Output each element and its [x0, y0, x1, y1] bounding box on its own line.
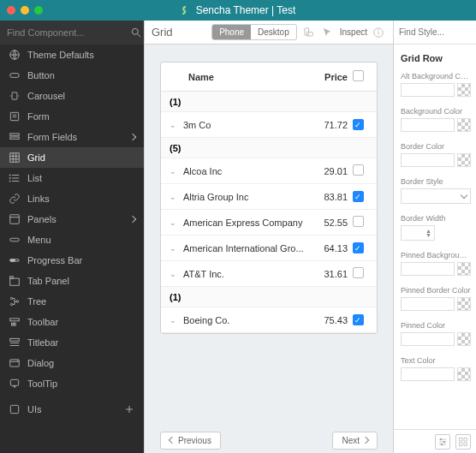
svg-line-1: [138, 34, 141, 38]
table-row[interactable]: ⌄Boeing Co.75.43: [161, 307, 377, 333]
color-swatch-icon[interactable]: [457, 367, 471, 381]
color-swatch-icon[interactable]: [457, 153, 471, 167]
plus-icon: [123, 403, 135, 415]
sidebar-item-label: Toolbar: [27, 317, 135, 327]
column-header-name[interactable]: Name: [170, 72, 305, 82]
grid-header-row: Name Price: [161, 63, 377, 92]
sidebar-item-label: Theme Defaults: [27, 50, 135, 60]
app-title-text: Sencha Themer | Test: [196, 4, 296, 16]
svg-rect-15: [10, 137, 20, 139]
sidebar-item-dialog[interactable]: Dialog: [0, 353, 144, 373]
border-color-input[interactable]: [401, 153, 455, 167]
bg-color-input[interactable]: [401, 118, 455, 132]
properties-section-title: Grid Row: [394, 45, 476, 69]
cell-checkbox[interactable]: [348, 216, 368, 229]
sidebar-item-carousel[interactable]: Carousel: [0, 86, 144, 106]
svg-rect-51: [306, 32, 312, 36]
border-style-select[interactable]: [401, 188, 471, 204]
table-row[interactable]: ⌄AT&T Inc.31.61: [161, 261, 377, 287]
search-icon[interactable]: [130, 27, 142, 39]
sidebar-item-form-fields[interactable]: Form Fields: [0, 127, 144, 147]
device-desktop-button[interactable]: Desktop: [251, 25, 296, 39]
component-search-input[interactable]: [7, 27, 125, 38]
grid-group-header[interactable]: (1): [161, 287, 377, 307]
sidebar-item-form[interactable]: Form: [0, 106, 144, 127]
grid-group-header[interactable]: (1): [161, 92, 377, 112]
cell-checkbox[interactable]: [348, 164, 368, 177]
expand-icon[interactable]: ⌄: [170, 316, 183, 325]
alt-bg-color-input[interactable]: [401, 83, 455, 97]
cell-checkbox[interactable]: [348, 314, 368, 326]
rotate-icon[interactable]: [300, 25, 316, 40]
sidebar-item-list[interactable]: List: [0, 168, 144, 188]
previous-button[interactable]: Previous: [160, 432, 221, 450]
svg-rect-8: [12, 92, 17, 99]
grid-group-header[interactable]: (5): [161, 138, 377, 158]
expand-icon[interactable]: ⌄: [170, 218, 183, 227]
next-button[interactable]: Next: [332, 432, 378, 450]
table-row[interactable]: ⌄3m Co71.72: [161, 112, 377, 138]
expand-icon[interactable]: ⌄: [170, 193, 183, 201]
sidebar-item-progress-bar[interactable]: Progress Bar: [0, 250, 144, 271]
sidebar-item-tab-panel[interactable]: Tab Panel: [0, 271, 144, 291]
pinned-color-input[interactable]: [401, 332, 455, 346]
color-swatch-icon[interactable]: [457, 297, 471, 311]
expand-icon[interactable]: ⌄: [170, 121, 183, 129]
svg-point-60: [441, 444, 443, 445]
sidebar-item-titlebar[interactable]: Titlebar: [0, 332, 144, 353]
cell-name: 3m Co: [183, 120, 305, 130]
table-row[interactable]: ⌄American Express Company52.55: [161, 210, 377, 235]
column-header-check[interactable]: [348, 70, 368, 83]
sidebar-item-label: Grid: [27, 152, 135, 163]
minimize-window-button[interactable]: [21, 6, 29, 15]
zoom-window-button[interactable]: [34, 6, 43, 15]
expand-icon[interactable]: ⌄: [170, 270, 183, 278]
text-color-input[interactable]: [401, 367, 455, 381]
close-window-button[interactable]: [7, 6, 15, 15]
svg-rect-63: [460, 443, 463, 446]
sidebar-item-menu[interactable]: Menu: [0, 229, 144, 250]
titlebar-icon: [9, 337, 21, 349]
svg-point-36: [16, 301, 18, 302]
sliders-view-button[interactable]: [435, 434, 450, 450]
sidebar-item-links[interactable]: Links: [0, 188, 144, 209]
sidebar-item-tree[interactable]: Tree: [0, 291, 144, 312]
info-icon[interactable]: [371, 25, 386, 40]
stepper-arrows-icon: ▲▼: [425, 229, 431, 237]
sidebar-item-button[interactable]: Button: [0, 65, 144, 86]
window-titlebar: Sencha Themer | Test: [0, 0, 476, 21]
table-row[interactable]: ⌄Altria Group Inc83.81: [161, 184, 377, 210]
progress-icon: [9, 254, 21, 266]
column-header-price[interactable]: Price: [305, 72, 348, 82]
sidebar-item-toolbar[interactable]: Toolbar: [0, 312, 144, 332]
color-swatch-icon[interactable]: [457, 332, 471, 346]
cursor-icon[interactable]: [319, 25, 335, 40]
pinned-bg-color-input[interactable]: [401, 262, 455, 276]
cell-price: 52.55: [305, 218, 348, 228]
svg-point-59: [443, 441, 445, 443]
cell-checkbox[interactable]: [348, 119, 368, 131]
expand-icon[interactable]: ⌄: [170, 244, 183, 253]
cell-checkbox[interactable]: [348, 242, 368, 254]
pinned-border-color-input[interactable]: [401, 297, 455, 311]
color-swatch-icon[interactable]: [457, 118, 471, 132]
color-swatch-icon[interactable]: [457, 83, 471, 97]
device-phone-button[interactable]: Phone: [212, 25, 251, 39]
sidebar-item-theme-defaults[interactable]: Theme Defaults: [0, 45, 144, 65]
cell-checkbox[interactable]: [348, 191, 368, 203]
table-row[interactable]: ⌄Alcoa Inc29.01: [161, 158, 377, 184]
svg-rect-61: [460, 438, 463, 441]
style-search-input[interactable]: [399, 27, 473, 37]
sidebar-item-grid[interactable]: Grid: [0, 147, 144, 168]
prop-label: Pinned Color: [401, 321, 471, 330]
table-row[interactable]: ⌄American International Gro...64.13: [161, 235, 377, 261]
cell-checkbox[interactable]: [348, 267, 368, 280]
sidebar-add-ui[interactable]: UIs: [0, 399, 144, 420]
grid-view-button[interactable]: [455, 434, 471, 450]
sidebar-item-label: Panels: [27, 214, 123, 224]
sidebar-item-panels[interactable]: Panels: [0, 209, 144, 229]
color-swatch-icon[interactable]: [457, 262, 471, 276]
border-width-stepper[interactable]: ▲▼: [401, 225, 435, 241]
expand-icon[interactable]: ⌄: [170, 167, 183, 176]
sidebar-item-tooltip[interactable]: ToolTip: [0, 373, 144, 394]
